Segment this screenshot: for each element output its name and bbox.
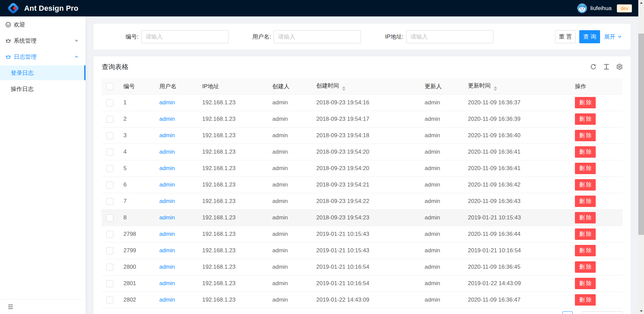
delete-button[interactable]: 删 除	[575, 278, 596, 289]
username-link[interactable]: admin	[159, 181, 175, 188]
username-link[interactable]: admin	[159, 264, 175, 270]
row-checkbox[interactable]	[106, 149, 113, 156]
cell-updated-at: 2020-11-09 16:36:42	[463, 181, 570, 188]
delete-button[interactable]: 删 除	[575, 228, 596, 240]
sidebar-item-log-management[interactable]: 日志管理	[0, 49, 86, 64]
username-link[interactable]: admin	[159, 99, 175, 106]
sort-carets-icon[interactable]	[494, 86, 497, 91]
column-header-creator: 创建人	[267, 83, 311, 90]
vertical-scrollbar[interactable]	[638, 0, 644, 314]
scroll-up-arrow-icon[interactable]	[638, 0, 644, 6]
cell-ip: 192.168.1.23	[197, 165, 267, 172]
cell-id: 1	[118, 99, 154, 106]
search-button[interactable]: 查 询	[579, 30, 600, 43]
sidebar-item-system-management[interactable]: 系统管理	[0, 33, 86, 48]
row-checkbox[interactable]	[106, 99, 113, 106]
username-link[interactable]: admin	[159, 280, 175, 286]
sidebar-item-label: 操作日志	[11, 85, 34, 93]
setting-icon[interactable]	[616, 63, 623, 70]
cell-id: 2799	[118, 247, 154, 254]
sidebar-item-label: 系统管理	[14, 37, 37, 45]
row-checkbox[interactable]	[106, 297, 113, 304]
delete-button[interactable]: 删 除	[575, 130, 596, 141]
username-link[interactable]: admin	[159, 231, 175, 237]
sidebar-item-welcome[interactable]: 欢迎	[0, 17, 86, 32]
table-row: 2801 admin 192.168.1.23 admin 2019-01-21…	[102, 275, 623, 292]
username-link[interactable]: admin	[159, 116, 175, 122]
delete-button[interactable]: 删 除	[575, 245, 596, 256]
cell-creator: admin	[267, 247, 311, 254]
cell-ip: 192.168.1.23	[197, 198, 267, 205]
cell-updater: admin	[419, 198, 463, 205]
delete-button[interactable]: 删 除	[575, 294, 596, 306]
select-all-checkbox[interactable]	[106, 83, 113, 90]
username-input[interactable]	[274, 30, 361, 43]
id-input[interactable]	[141, 30, 228, 43]
user-name[interactable]: liufeihua	[590, 5, 611, 12]
cell-ip: 192.168.1.23	[197, 247, 267, 254]
cell-id: 2800	[118, 264, 154, 270]
reset-button[interactable]: 重 置	[555, 30, 576, 43]
table-row: 2 admin 192.168.1.23 admin 2018-09-23 19…	[102, 111, 623, 127]
username-link[interactable]: admin	[159, 214, 175, 221]
table-header-row: 编号 用户名 IP地址 创建人 创建时间 更新人 更新时间 操作	[102, 78, 623, 95]
username-link[interactable]: admin	[159, 247, 175, 254]
delete-button[interactable]: 删 除	[575, 113, 596, 125]
table-row: 3 admin 192.168.1.23 admin 2018-09-23 19…	[102, 127, 623, 144]
app-root: Ant Design Pro liufeihua dev	[0, 0, 644, 314]
user-avatar[interactable]	[577, 3, 587, 13]
menu-fold-icon[interactable]	[7, 304, 14, 310]
username-link[interactable]: admin	[159, 297, 175, 303]
delete-button[interactable]: 删 除	[575, 163, 596, 174]
scrollbar-thumb[interactable]	[638, 34, 644, 235]
cell-updater: admin	[419, 214, 463, 221]
row-checkbox[interactable]	[106, 247, 113, 254]
row-checkbox[interactable]	[106, 198, 113, 205]
filter-label-id: 编号:	[102, 33, 141, 41]
column-header-username: 用户名	[154, 83, 197, 90]
username-link[interactable]: admin	[159, 165, 175, 171]
username-link[interactable]: admin	[159, 198, 175, 204]
row-checkbox[interactable]	[106, 280, 113, 287]
delete-button[interactable]: 删 除	[575, 97, 596, 108]
delete-button[interactable]: 删 除	[575, 212, 596, 223]
chevron-down-icon	[617, 34, 622, 39]
env-tag: dev	[617, 4, 632, 12]
row-checkbox[interactable]	[106, 132, 113, 139]
scroll-down-arrow-icon[interactable]	[638, 308, 644, 314]
ip-input[interactable]	[406, 30, 493, 43]
app-title: Ant Design Pro	[24, 4, 78, 13]
delete-button[interactable]: 删 除	[575, 179, 596, 191]
cell-updated-at: 2020-11-09 16:36:40	[463, 132, 570, 139]
sidebar-item-operation-log[interactable]: 操作日志	[0, 82, 86, 96]
page-size-select[interactable]	[582, 311, 623, 314]
row-checkbox[interactable]	[106, 165, 113, 172]
row-checkbox[interactable]	[106, 181, 113, 189]
row-checkbox[interactable]	[106, 116, 113, 123]
pagination-current-page[interactable]	[562, 311, 573, 314]
username-link[interactable]: admin	[159, 149, 175, 155]
cell-creator: admin	[267, 214, 311, 221]
delete-button[interactable]: 删 除	[575, 261, 596, 273]
cell-ip: 192.168.1.23	[197, 99, 267, 106]
username-link[interactable]: admin	[159, 132, 175, 139]
column-header-created-at[interactable]: 创建时间	[311, 82, 419, 91]
delete-button[interactable]: 删 除	[575, 146, 596, 158]
reload-icon[interactable]	[590, 63, 597, 70]
expand-link[interactable]: 展开	[604, 33, 622, 41]
cell-created-at: 2018-09-23 19:54:17	[311, 116, 419, 122]
chevron-up-icon	[74, 54, 79, 59]
ant-design-logo-icon[interactable]	[7, 2, 20, 15]
row-checkbox[interactable]	[106, 231, 113, 238]
sort-carets-icon[interactable]	[342, 86, 345, 91]
table-row: 8 admin 192.168.1.23 admin 2018-09-23 19…	[102, 210, 623, 226]
delete-button[interactable]: 删 除	[575, 196, 596, 207]
row-checkbox[interactable]	[106, 264, 113, 271]
table-title: 查询表格	[102, 62, 128, 71]
cell-creator: admin	[267, 149, 311, 155]
row-checkbox[interactable]	[106, 214, 113, 221]
sidebar-item-login-log[interactable]: 登录日志	[0, 65, 86, 80]
column-header-updater: 更新人	[419, 83, 463, 90]
column-height-icon[interactable]	[603, 63, 610, 70]
column-header-updated-at[interactable]: 更新时间	[463, 82, 570, 91]
